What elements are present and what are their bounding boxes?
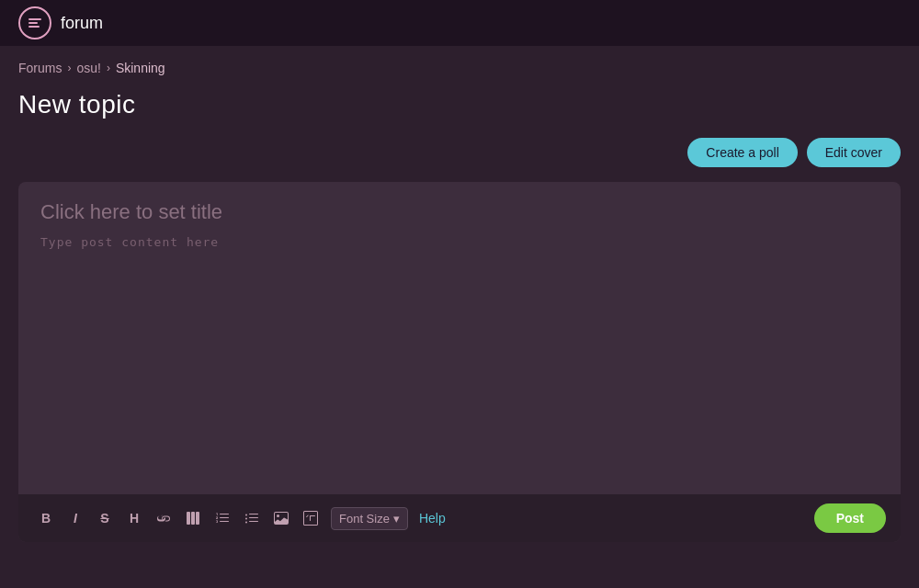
action-buttons-row: Create a poll Edit cover <box>0 138 919 182</box>
link-button[interactable] <box>151 505 176 531</box>
logo-container: forum <box>18 6 103 40</box>
site-title: forum <box>61 14 103 33</box>
image-button[interactable] <box>268 505 294 531</box>
breadcrumb-sep-2: › <box>107 62 110 74</box>
unordered-list-button[interactable] <box>239 505 265 531</box>
header: forum <box>0 0 919 46</box>
forum-logo-icon <box>18 6 51 40</box>
font-size-label: Font Size <box>339 512 390 526</box>
columns-icon <box>186 511 200 526</box>
unordered-list-icon <box>244 511 259 526</box>
edit-cover-button[interactable]: Edit cover <box>807 138 901 167</box>
post-button[interactable]: Post <box>814 503 886 533</box>
breadcrumb-osu[interactable]: osu! <box>76 61 100 75</box>
link-icon <box>156 511 171 526</box>
svg-rect-1 <box>28 22 38 24</box>
breadcrumb: Forums › osu! › Skinning <box>0 46 919 83</box>
breadcrumb-forums[interactable]: Forums <box>18 61 62 75</box>
help-link[interactable]: Help <box>419 511 446 526</box>
strikethrough-button[interactable]: S <box>92 505 118 531</box>
editor-container: Click here to set title Type post conten… <box>18 182 901 542</box>
strikethrough-label: S <box>100 511 108 526</box>
ordered-list-icon <box>215 511 230 526</box>
ordered-list-button[interactable] <box>210 505 235 531</box>
italic-button[interactable]: I <box>62 505 88 531</box>
font-size-chevron: ▾ <box>393 512 400 526</box>
font-size-dropdown[interactable]: Font Size ▾ <box>331 507 408 530</box>
page-title: New topic <box>18 90 901 119</box>
svg-rect-0 <box>28 18 41 20</box>
columns-button[interactable] <box>180 505 206 531</box>
image-icon <box>274 511 289 526</box>
spoiler-icon <box>303 511 318 526</box>
page-title-bar: New topic <box>0 83 919 138</box>
breadcrumb-skinning: Skinning <box>116 61 165 75</box>
editor-content-input[interactable]: Type post content here <box>40 235 879 249</box>
editor-toolbar: B I S H <box>18 494 901 542</box>
heading-button[interactable]: H <box>121 505 147 531</box>
editor-title-input[interactable]: Click here to set title <box>40 200 879 224</box>
spoiler-button[interactable] <box>298 505 323 531</box>
editor-content-area[interactable]: Click here to set title Type post conten… <box>18 182 901 494</box>
breadcrumb-sep-1: › <box>67 62 71 74</box>
bold-button[interactable]: B <box>33 505 59 531</box>
svg-rect-2 <box>28 26 40 28</box>
create-poll-button[interactable]: Create a poll <box>687 138 797 167</box>
